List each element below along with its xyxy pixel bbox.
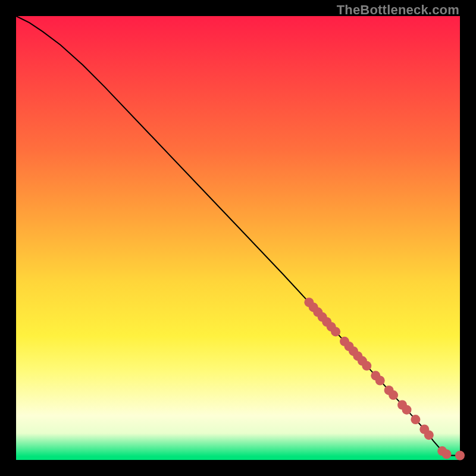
plot-area [16, 16, 460, 460]
data-point [411, 415, 420, 424]
data-point [424, 430, 434, 440]
data-point [402, 405, 412, 415]
chart-stage: TheBottleneck.com [0, 0, 476, 476]
chart-svg [16, 16, 460, 460]
data-point [362, 361, 371, 371]
data-point [331, 327, 340, 336]
points-group [304, 298, 465, 460]
data-point [389, 390, 398, 400]
data-point [375, 376, 385, 386]
data-point [455, 451, 465, 461]
data-point [442, 449, 452, 459]
